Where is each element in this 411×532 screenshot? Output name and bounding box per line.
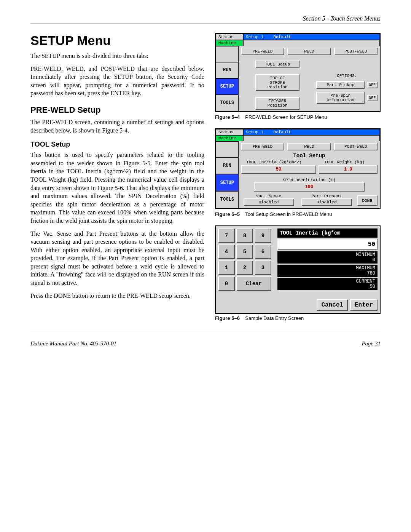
default-label: Default [274, 130, 291, 134]
inertia-value-field[interactable]: 50 [241, 165, 316, 174]
left-column: SETUP Menu The SETUP menu is sub-divided… [30, 33, 204, 329]
sidebar-spacer [216, 141, 239, 157]
key-clear[interactable]: Clear [236, 276, 271, 291]
divider [30, 24, 381, 24]
min-info: MINIMUM 0 [277, 251, 378, 264]
page-footer: Dukane Manual Part No. 403-570-01 Page 3… [30, 340, 381, 347]
caption-text: Sample Data Entry Screen [245, 315, 304, 321]
status-bar: Setup 1 Default [243, 129, 380, 135]
tab-weld[interactable]: WELD [287, 143, 331, 150]
machine-label: Machine [216, 40, 243, 46]
sidebar-setup-button[interactable]: SETUP [216, 174, 239, 191]
fig55-screen: Status Setup 1 Default Machine RUN SETUP… [215, 128, 381, 209]
max-info: MAXIMUM 780 [277, 265, 378, 277]
pre-spin-button[interactable]: Pre-Spin Orientation [316, 92, 365, 104]
caption-text: PRE-WELD Screen for SETUP Menu [245, 114, 327, 120]
fig56-screen: 7 8 9 4 5 6 1 2 3 0 Clear TOOL Inertia (… [215, 225, 381, 314]
key-2[interactable]: 2 [236, 260, 253, 275]
tab-postweld[interactable]: POST-WELD [334, 48, 378, 55]
setup-label: Setup 1 [246, 35, 263, 39]
sidebar-run-button[interactable]: RUN [216, 62, 239, 78]
numeric-keypad: 7 8 9 4 5 6 1 2 3 0 Clear [218, 228, 271, 291]
current-info: CURRENT 50 [277, 278, 378, 290]
section-header: Section 5 - Touch Screen Menus [30, 15, 381, 22]
subsection-heading-tool: TOOL Setup [30, 141, 204, 149]
decel-value-field[interactable]: 100 [254, 182, 365, 192]
divider [30, 331, 381, 331]
tab-postweld[interactable]: POST-WELD [334, 143, 378, 150]
trigger-position-button[interactable]: TRIGGER Position [255, 97, 299, 109]
tool-setup-title: Tool Setup [239, 152, 380, 160]
spacer [243, 40, 380, 46]
min-label: MINIMUM [356, 252, 375, 257]
decel-label: SPIN Deceleration (%) [239, 178, 380, 182]
weight-label: TOOL Weight (kg) [309, 160, 380, 165]
tool-setup-button[interactable]: TOOL Setup [255, 61, 299, 68]
key-4[interactable]: 4 [218, 244, 235, 259]
default-label: Default [274, 35, 291, 39]
sidebar-tools-button[interactable]: TOOLS [216, 95, 239, 111]
caption-number: Figure 5–4 [215, 114, 240, 120]
entry-title: TOOL Inertia (kg*cm [277, 228, 378, 238]
key-9[interactable]: 9 [255, 228, 271, 243]
key-8[interactable]: 8 [236, 228, 253, 243]
cancel-button[interactable]: Cancel [317, 299, 348, 311]
sidebar-setup-button[interactable]: SETUP [216, 78, 239, 95]
part-pickup-state[interactable]: OFF [367, 82, 378, 88]
key-7[interactable]: 7 [218, 228, 235, 243]
status-label: Status [216, 129, 243, 135]
page-title: SETUP Menu [30, 33, 204, 48]
fig55-caption: Figure 5–5 Tool Setup Screen in PRE-WELD… [215, 211, 381, 217]
key-1[interactable]: 1 [218, 260, 235, 275]
sidebar-run-button[interactable]: RUN [216, 157, 239, 174]
fig54-screen: Status Setup 1 Default Machine RUN SETUP… [215, 33, 381, 112]
body-text: The SETUP menu is sub-divided into three… [30, 52, 204, 60]
right-column: Status Setup 1 Default Machine RUN SETUP… [215, 33, 381, 329]
body-text: PRE-WELD, WELD, and POST-WELD that are d… [30, 65, 204, 97]
current-label: CURRENT [356, 279, 375, 284]
vac-sense-button[interactable]: Disabled [244, 198, 294, 206]
body-text: The Vac. Sense and Part Present buttons … [30, 230, 204, 287]
body-text: The PRE-WELD screen, containing a number… [30, 118, 204, 134]
vac-sense-label: Vac. Sense [241, 194, 296, 198]
setup-label: Setup 1 [246, 130, 263, 134]
footer-left: Dukane Manual Part No. 403-570-01 [30, 340, 116, 347]
key-5[interactable]: 5 [236, 244, 253, 259]
top-of-stroke-button[interactable]: TOP OF STROKE Position [255, 74, 299, 91]
sidebar: RUN SETUP TOOLS [216, 141, 239, 208]
max-value: 780 [367, 271, 375, 276]
caption-text: Tool Setup Screen in PRE-WELD Menu [245, 211, 332, 217]
inertia-label: TOOL Inertia (kg*cm^2) [239, 160, 309, 165]
body-text: This button is used to specify parameter… [30, 151, 204, 225]
options-label: OPTIONS: [316, 73, 378, 78]
max-label: MAXIMUM [356, 265, 375, 271]
part-pickup-button[interactable]: Part Pickup [316, 81, 365, 89]
pre-spin-state[interactable]: OFF [367, 95, 378, 101]
tab-preweld[interactable]: PRE-WELD [241, 143, 284, 150]
section-heading-preweld: PRE-WELD Setup [30, 105, 204, 115]
tab-weld[interactable]: WELD [287, 48, 331, 55]
entry-value-field[interactable]: 50 [277, 239, 378, 250]
page-columns: SETUP Menu The SETUP menu is sub-divided… [30, 33, 381, 329]
key-3[interactable]: 3 [255, 260, 271, 275]
spacer [243, 135, 380, 141]
caption-number: Figure 5–5 [215, 211, 240, 217]
status-label: Status [216, 34, 243, 40]
body-text: Press the DONE button to return to the P… [30, 292, 204, 300]
tab-preweld[interactable]: PRE-WELD [241, 48, 284, 55]
fig54-caption: Figure 5–4 PRE-WELD Screen for SETUP Men… [215, 114, 381, 120]
min-value: 0 [373, 257, 375, 263]
status-bar: Setup 1 Default [243, 34, 380, 40]
key-0[interactable]: 0 [218, 276, 235, 291]
weight-value-field[interactable]: 1.0 [319, 165, 378, 174]
enter-button[interactable]: Enter [350, 299, 378, 311]
done-button[interactable]: DONE [357, 195, 378, 206]
caption-number: Figure 5–6 [215, 315, 240, 321]
sidebar: RUN SETUP TOOLS [216, 46, 239, 111]
sidebar-tools-button[interactable]: TOOLS [216, 191, 239, 208]
part-present-button[interactable]: Disabled [301, 198, 352, 206]
current-value: 50 [370, 284, 375, 289]
part-present-label: Part Present [299, 194, 354, 198]
footer-right: Page 31 [362, 340, 381, 347]
key-6[interactable]: 6 [255, 244, 271, 259]
